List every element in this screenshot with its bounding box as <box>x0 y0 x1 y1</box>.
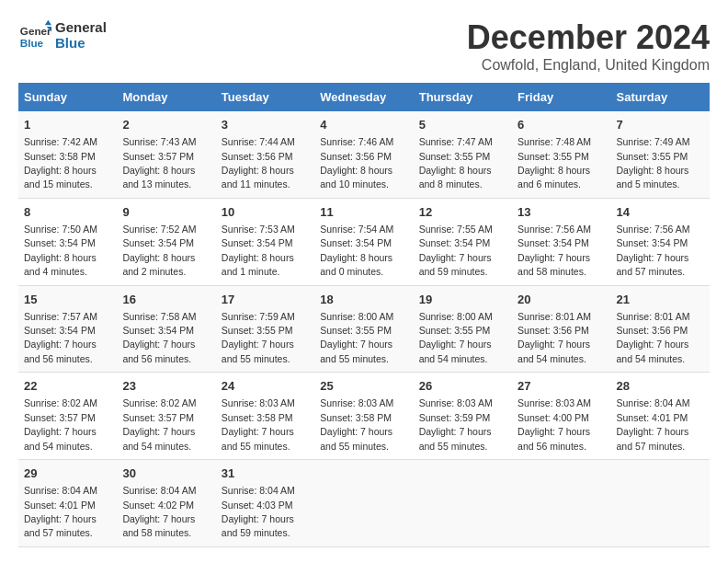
calendar-cell: 24Sunrise: 8:03 AMSunset: 3:58 PMDayligh… <box>216 373 314 460</box>
day-number: 24 <box>222 378 309 395</box>
day-number: 13 <box>518 204 605 221</box>
sunrise-text: Sunrise: 8:01 AM <box>518 311 591 322</box>
day-number: 8 <box>24 204 111 221</box>
sunset-text: Sunset: 3:58 PM <box>24 151 96 162</box>
daylight-text: Daylight: 7 hours and 55 minutes. <box>222 426 294 451</box>
sunset-text: Sunset: 3:55 PM <box>617 151 688 162</box>
week-row-5: 29Sunrise: 8:04 AMSunset: 4:01 PMDayligh… <box>18 460 710 547</box>
sunrise-text: Sunrise: 7:58 AM <box>122 311 196 322</box>
header-day-friday: Friday <box>512 83 610 111</box>
sunrise-text: Sunrise: 7:55 AM <box>419 224 493 235</box>
daylight-text: Daylight: 7 hours and 59 minutes. <box>419 252 492 277</box>
day-number: 9 <box>122 204 210 221</box>
calendar-cell: 18Sunrise: 8:00 AMSunset: 3:55 PMDayligh… <box>314 285 413 373</box>
calendar-cell: 29Sunrise: 8:04 AMSunset: 4:01 PMDayligh… <box>18 460 117 547</box>
daylight-text: Daylight: 7 hours and 58 minutes. <box>518 252 590 277</box>
daylight-text: Daylight: 7 hours and 54 minutes. <box>122 426 195 451</box>
sunrise-text: Sunrise: 7:57 AM <box>24 311 97 322</box>
calendar-cell: 20Sunrise: 8:01 AMSunset: 3:56 PMDayligh… <box>512 285 610 373</box>
calendar-cell: 16Sunrise: 7:58 AMSunset: 3:54 PMDayligh… <box>117 285 215 373</box>
sunrise-text: Sunrise: 8:00 AM <box>419 311 493 322</box>
day-number: 17 <box>222 292 309 308</box>
calendar-cell: 22Sunrise: 8:02 AMSunset: 3:57 PMDayligh… <box>18 373 117 460</box>
daylight-text: Daylight: 8 hours and 1 minute. <box>222 252 294 277</box>
sunrise-text: Sunrise: 8:04 AM <box>617 397 690 408</box>
sunrise-text: Sunrise: 7:50 AM <box>24 224 97 235</box>
day-number: 16 <box>122 292 210 308</box>
sunrise-text: Sunrise: 8:04 AM <box>222 485 295 496</box>
daylight-text: Daylight: 7 hours and 57 minutes. <box>617 426 689 451</box>
sunset-text: Sunset: 3:57 PM <box>122 151 194 162</box>
day-number: 11 <box>320 204 407 221</box>
sunset-text: Sunset: 3:54 PM <box>24 237 96 248</box>
subtitle: Cowfold, England, United Kingdom <box>467 57 710 74</box>
day-number: 28 <box>617 378 704 395</box>
day-number: 22 <box>24 378 111 395</box>
daylight-text: Daylight: 8 hours and 10 minutes. <box>320 165 392 190</box>
sunrise-text: Sunrise: 7:56 AM <box>518 224 591 235</box>
daylight-text: Daylight: 7 hours and 54 minutes. <box>518 339 590 363</box>
sunrise-text: Sunrise: 8:03 AM <box>320 397 393 408</box>
daylight-text: Daylight: 8 hours and 8 minutes. <box>419 165 492 190</box>
sunrise-text: Sunrise: 7:48 AM <box>518 136 591 147</box>
daylight-text: Daylight: 8 hours and 13 minutes. <box>122 165 195 190</box>
daylight-text: Daylight: 7 hours and 54 minutes. <box>419 339 492 363</box>
calendar-cell: 8Sunrise: 7:50 AMSunset: 3:54 PMDaylight… <box>18 198 117 285</box>
calendar-cell: 14Sunrise: 7:56 AMSunset: 3:54 PMDayligh… <box>611 198 710 285</box>
day-number: 27 <box>518 378 605 395</box>
sunset-text: Sunset: 3:56 PM <box>617 325 688 336</box>
calendar-cell: 17Sunrise: 7:59 AMSunset: 3:55 PMDayligh… <box>216 285 314 373</box>
day-number: 2 <box>122 117 210 133</box>
sunset-text: Sunset: 3:54 PM <box>419 237 491 248</box>
day-number: 18 <box>320 292 407 308</box>
sunrise-text: Sunrise: 7:43 AM <box>122 136 196 147</box>
sunrise-text: Sunrise: 7:54 AM <box>320 224 393 235</box>
svg-text:General: General <box>20 25 51 37</box>
calendar-cell: 25Sunrise: 8:03 AMSunset: 3:58 PMDayligh… <box>314 373 413 460</box>
day-number: 1 <box>24 117 111 133</box>
day-number: 21 <box>617 292 704 308</box>
header: General Blue General Blue December 2024 … <box>18 18 710 74</box>
title-area: December 2024 Cowfold, England, United K… <box>467 18 710 74</box>
week-row-1: 1Sunrise: 7:42 AMSunset: 3:58 PMDaylight… <box>18 111 710 198</box>
calendar-cell: 2Sunrise: 7:43 AMSunset: 3:57 PMDaylight… <box>117 111 215 198</box>
sunrise-text: Sunrise: 7:47 AM <box>419 136 493 147</box>
daylight-text: Daylight: 7 hours and 55 minutes. <box>222 339 294 363</box>
sunset-text: Sunset: 3:59 PM <box>419 412 491 423</box>
day-number: 4 <box>320 117 407 133</box>
daylight-text: Daylight: 8 hours and 11 minutes. <box>222 165 294 190</box>
day-number: 10 <box>222 204 309 221</box>
calendar-cell: 13Sunrise: 7:56 AMSunset: 3:54 PMDayligh… <box>512 198 610 285</box>
day-number: 29 <box>24 465 111 482</box>
main-title: December 2024 <box>467 18 710 57</box>
day-number: 23 <box>122 378 210 395</box>
sunrise-text: Sunrise: 8:01 AM <box>617 311 690 322</box>
day-number: 12 <box>419 204 506 221</box>
sunrise-text: Sunrise: 7:42 AM <box>24 136 97 147</box>
sunrise-text: Sunrise: 8:00 AM <box>320 311 393 322</box>
sunset-text: Sunset: 4:03 PM <box>222 500 293 511</box>
calendar-cell: 11Sunrise: 7:54 AMSunset: 3:54 PMDayligh… <box>314 198 413 285</box>
daylight-text: Daylight: 8 hours and 4 minutes. <box>24 252 97 277</box>
sunset-text: Sunset: 3:56 PM <box>320 151 392 162</box>
day-number: 14 <box>617 204 704 221</box>
sunset-text: Sunset: 3:57 PM <box>24 412 96 423</box>
calendar-cell: 9Sunrise: 7:52 AMSunset: 3:54 PMDaylight… <box>117 198 215 285</box>
sunset-text: Sunset: 4:01 PM <box>24 500 96 511</box>
sunset-text: Sunset: 3:55 PM <box>419 151 491 162</box>
sunset-text: Sunset: 4:01 PM <box>617 412 688 423</box>
daylight-text: Daylight: 7 hours and 56 minutes. <box>122 339 195 363</box>
sunrise-text: Sunrise: 7:46 AM <box>320 136 393 147</box>
sunset-text: Sunset: 3:54 PM <box>320 237 392 248</box>
calendar-cell: 10Sunrise: 7:53 AMSunset: 3:54 PMDayligh… <box>216 198 314 285</box>
sunrise-text: Sunrise: 8:04 AM <box>24 485 97 496</box>
calendar-cell: 19Sunrise: 8:00 AMSunset: 3:55 PMDayligh… <box>414 285 512 373</box>
daylight-text: Daylight: 8 hours and 6 minutes. <box>518 165 590 190</box>
day-number: 26 <box>419 378 506 395</box>
sunrise-text: Sunrise: 7:44 AM <box>222 136 295 147</box>
day-number: 30 <box>122 465 210 482</box>
sunrise-text: Sunrise: 7:59 AM <box>222 311 295 322</box>
day-number: 6 <box>518 117 605 133</box>
day-number: 15 <box>24 292 111 308</box>
daylight-text: Daylight: 7 hours and 57 minutes. <box>24 513 97 538</box>
